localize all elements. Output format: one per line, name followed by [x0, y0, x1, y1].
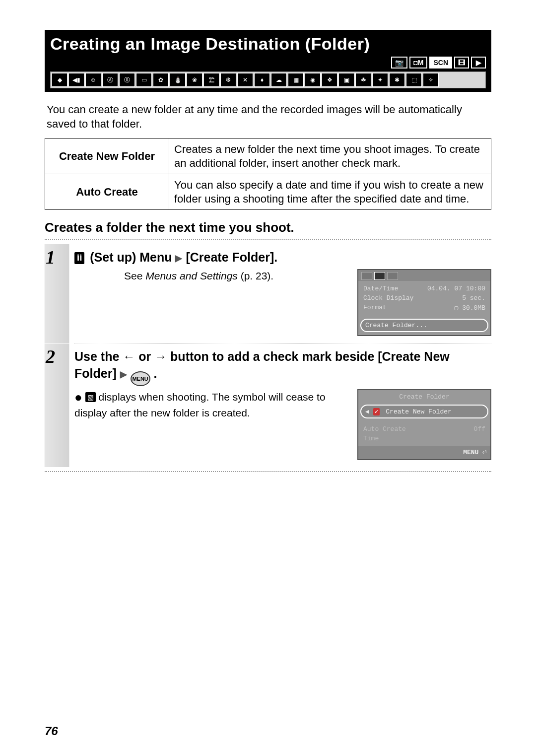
strip-icon: ▦: [288, 73, 304, 87]
strip-icon: ◆: [52, 73, 67, 87]
step-number: 2: [46, 345, 55, 367]
strip-icon: ⓢ: [119, 73, 135, 87]
option-label: Create New Folder: [45, 138, 169, 174]
strip-icon: ⛄: [170, 73, 186, 87]
step-heading: Use the ← or → button to add a check mar…: [74, 348, 491, 386]
intro-text: You can create a new folder at any time …: [47, 103, 489, 131]
screen-tab-row: [358, 270, 490, 281]
mode-play-icon: ▶: [471, 57, 486, 69]
mode-om-icon: ◘M: [409, 57, 427, 69]
steps-block: 1 i̇i̇ (Set up) Menu ▶ [Create Folder]. …: [45, 239, 491, 472]
step-text: See Menus and Settings (p. 23).: [74, 269, 350, 282]
step-text: ● ▧ displays when shooting. The symbol w…: [74, 389, 350, 419]
strip-icon: ☘: [355, 73, 371, 87]
screen-val: Off: [474, 425, 485, 433]
option-desc: You can also specify a date and time if …: [169, 174, 491, 210]
screen-key: Date/Time: [363, 285, 398, 292]
mode-movie-icon: 🎞: [454, 57, 469, 69]
screen-tab: [361, 272, 372, 280]
mode-scn-icon: SCN: [429, 57, 452, 69]
strip-icon: ☁: [271, 73, 287, 87]
strip-icon: ▣: [338, 73, 354, 87]
shooting-mode-strip: ◆ ◀▮ ☺ Ⓐ ⓢ ▭ ✿ ⛄ ❀ ⛱ ❆ ✕ ♦ ☁ ▦ ◉ ❖ ▣ ☘ ✦…: [50, 71, 486, 88]
mode-camera-icon: 📷: [391, 57, 407, 69]
arrow-right-icon: ▶: [175, 253, 182, 263]
screen-title: Create Folder: [358, 390, 490, 402]
screen-key: Clock Display: [363, 294, 413, 302]
table-row: Create New Folder Creates a new folder t…: [45, 138, 491, 174]
bullet-icon: ●: [74, 390, 82, 405]
section-header: Creating an Image Destination (Folder) 📷…: [45, 30, 491, 92]
step-2: 2 Use the ← or → button to add a check m…: [74, 344, 491, 467]
screen-row: Clock Display 5 sec.: [363, 293, 485, 303]
screen-row: Format ▢ 30.0MB: [363, 303, 485, 313]
see-reference: Menus and Settings: [145, 270, 238, 281]
option-desc: Creates a new folder the next time you s…: [169, 138, 491, 174]
nav-left-icon: ◀: [365, 408, 369, 415]
step-heading: i̇i̇ (Set up) Menu ▶ [Create Folder].: [74, 249, 491, 266]
strip-icon: ▭: [136, 73, 152, 87]
screen-highlight-text: Create New Folder: [386, 408, 452, 415]
screen-val: ▢ 30.0MB: [455, 304, 485, 312]
screen-row: Auto Create Off: [363, 424, 485, 434]
strip-icon: ◉: [305, 73, 321, 87]
screen-highlighted-item: Create Folder...: [360, 319, 488, 332]
lcd-screenshot-create-folder: Create Folder ◀ ✓ Create New Folder Auto…: [357, 389, 491, 460]
section-title: Creating an Image Destination (Folder): [50, 34, 486, 54]
menu-button-icon: MENU: [131, 371, 150, 386]
setup-menu-icon: i̇i̇: [74, 252, 84, 264]
step-heading-part: (Set up) Menu: [90, 250, 172, 264]
strip-icon: ⛱: [203, 73, 219, 87]
strip-icon: ✿: [153, 73, 169, 87]
strip-icon: ◀▮: [68, 73, 84, 87]
strip-icon: ❖: [322, 73, 337, 87]
folder-shoot-icon: ▧: [85, 392, 96, 402]
screen-val: 04.04. 07 10:00: [427, 285, 485, 292]
mode-icon-row: 📷 ◘M SCN 🎞 ▶: [50, 57, 486, 69]
screen-row: Time: [363, 434, 485, 443]
strip-icon: ❆: [220, 73, 236, 87]
arrow-right-icon: ▶: [120, 369, 127, 379]
step-number: 1: [46, 246, 55, 268]
screen-menu-hint: MENU ⏎: [358, 446, 490, 459]
options-table: Create New Folder Creates a new folder t…: [45, 138, 491, 210]
strip-icon: ♦: [254, 73, 270, 87]
subsection-heading: Creates a folder the next time you shoot…: [45, 220, 491, 235]
screen-tab-active: [374, 272, 385, 280]
strip-icon: ❀: [187, 73, 202, 87]
screen-key: Time: [363, 435, 379, 442]
step-heading-part: [Create Folder].: [186, 250, 277, 264]
checkmark-icon: ✓: [373, 408, 380, 415]
see-prefix: See: [124, 270, 145, 281]
see-suffix: (p. 23).: [238, 270, 273, 281]
strip-icon: ✦: [372, 73, 388, 87]
table-row: Auto Create You can also specify a date …: [45, 174, 491, 210]
option-label: Auto Create: [45, 174, 169, 210]
lcd-screenshot-setup: Date/Time 04.04. 07 10:00 Clock Display …: [357, 269, 491, 336]
screen-highlighted-item: ◀ ✓ Create New Folder: [360, 405, 488, 418]
screen-key: Format: [363, 304, 387, 312]
screen-tab: [387, 272, 398, 280]
manual-page: Creating an Image Destination (Folder) 📷…: [0, 0, 536, 492]
step-heading-text: Use the ← or → button to add a check mar…: [74, 349, 450, 380]
strip-icon: ☺: [85, 73, 101, 87]
screen-row: Date/Time 04.04. 07 10:00: [363, 284, 485, 293]
screen-key: Auto Create: [363, 425, 406, 433]
step-1: 1 i̇i̇ (Set up) Menu ▶ [Create Folder]. …: [74, 244, 491, 344]
strip-icon: ✱: [389, 73, 405, 87]
strip-icon: Ⓐ: [102, 73, 118, 87]
step-body-text: displays when shooting. The symbol will …: [74, 391, 326, 418]
strip-icon: ⬚: [406, 73, 422, 87]
page-number: 76: [45, 724, 58, 738]
screen-val: 5 sec.: [462, 294, 485, 302]
strip-icon: ✧: [423, 73, 439, 87]
strip-icon: ✕: [237, 73, 253, 87]
